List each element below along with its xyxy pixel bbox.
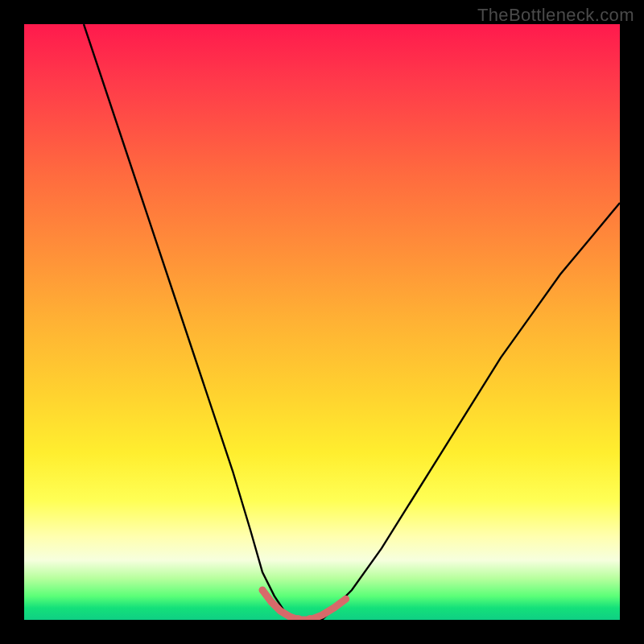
chart-svg xyxy=(24,24,620,620)
marker-dot xyxy=(343,596,349,602)
marker-dot xyxy=(331,605,337,611)
chart-frame: TheBottleneck.com xyxy=(0,0,644,644)
marker-dot xyxy=(268,599,275,605)
marker-dot xyxy=(259,587,266,593)
marker-dot xyxy=(319,612,325,618)
marker-dot xyxy=(277,608,283,614)
marker-dot xyxy=(286,613,292,620)
plot-gradient-area xyxy=(24,24,620,620)
watermark-text: TheBottleneck.com xyxy=(477,5,634,26)
bottleneck-curve-path xyxy=(84,24,620,620)
